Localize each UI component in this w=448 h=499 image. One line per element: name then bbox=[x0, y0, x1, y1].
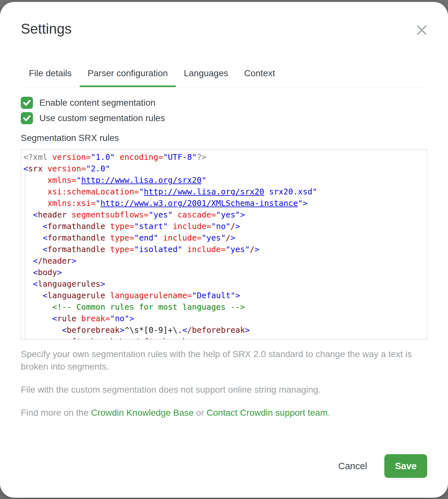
checkbox-checked-icon bbox=[21, 97, 33, 109]
code-line: <formathandle type="start" include="no"/… bbox=[23, 221, 424, 232]
code-line: xmlns:xsi="http://www.w3.org/2001/XMLSch… bbox=[23, 198, 424, 209]
code-line: xmlns="http://www.lisa.org/srx20" bbox=[23, 175, 424, 186]
settings-modal: Settings File details Parser configurati… bbox=[0, 2, 448, 498]
find-more-prefix: Find more on the bbox=[21, 408, 91, 418]
tab-languages[interactable]: Languages bbox=[176, 54, 236, 87]
contact-support-link[interactable]: Contact Crowdin support team bbox=[207, 408, 328, 418]
code-line: </header> bbox=[23, 255, 424, 267]
code-line: <formathandle type="isolated" include="y… bbox=[23, 244, 424, 255]
srx-code-content: <?xml version="1.0" encoding="UTF-8"?><s… bbox=[23, 151, 424, 339]
knowledge-base-link[interactable]: Crowdin Knowledge Base bbox=[91, 408, 194, 418]
code-line: <languagerules> bbox=[23, 278, 424, 290]
checkbox-label: Enable content segmentation bbox=[39, 98, 156, 108]
close-icon bbox=[416, 25, 427, 36]
code-line: xsi:schemaLocation="http://www.lisa.org/… bbox=[23, 186, 424, 198]
modal-footer: Cancel Save bbox=[338, 454, 427, 478]
code-line: <beforebreak>^\s*[0-9]+\.</beforebreak> bbox=[23, 324, 424, 336]
code-line: <languagerule languagerulename="Default"… bbox=[23, 290, 424, 301]
indent-guide bbox=[25, 173, 25, 339]
help-paragraph-srx: Specify your own segmentation rules with… bbox=[21, 348, 427, 373]
code-line: <body> bbox=[23, 267, 424, 278]
srx-rules-label: Segmentation SRX rules bbox=[21, 133, 427, 143]
page-title: Settings bbox=[21, 20, 427, 37]
tab-context[interactable]: Context bbox=[236, 54, 283, 87]
checkbox-use-custom-segmentation-rules[interactable]: Use custom segmentation rules bbox=[21, 112, 427, 124]
code-line: <formathandle type="end" include="yes"/> bbox=[23, 232, 424, 244]
close-button[interactable] bbox=[414, 22, 429, 38]
find-more-suffix: . bbox=[328, 408, 330, 418]
cancel-button[interactable]: Cancel bbox=[338, 461, 367, 471]
srx-editor[interactable]: <?xml version="1.0" encoding="UTF-8"?><s… bbox=[21, 150, 427, 339]
tab-bar: File details Parser configuration Langua… bbox=[21, 54, 427, 87]
checkbox-label: Use custom segmentation rules bbox=[39, 113, 165, 123]
help-text: Specify your own segmentation rules with… bbox=[21, 348, 427, 419]
help-paragraph-online-managing: File with the custom segmentation does n… bbox=[21, 383, 427, 396]
code-line: <header segmentsubflows="yes" cascade="y… bbox=[23, 209, 424, 221]
code-line: <afterbreak>\s</afterbreak> bbox=[23, 336, 424, 339]
save-button[interactable]: Save bbox=[384, 454, 427, 478]
code-line: <!-- Common rules for most languages --> bbox=[23, 301, 424, 313]
code-line: <?xml version="1.0" encoding="UTF-8"?> bbox=[23, 151, 424, 163]
checkbox-enable-content-segmentation[interactable]: Enable content segmentation bbox=[21, 97, 427, 109]
code-line: <srx version="2.0" bbox=[23, 163, 424, 175]
checkbox-group: Enable content segmentation Use custom s… bbox=[21, 97, 427, 124]
tab-file-details[interactable]: File details bbox=[21, 54, 80, 87]
tab-parser-configuration[interactable]: Parser configuration bbox=[80, 54, 176, 87]
help-paragraph-find-more: Find more on the Crowdin Knowledge Base … bbox=[21, 406, 427, 419]
find-more-mid: or bbox=[194, 408, 206, 418]
code-line: <rule break="no"> bbox=[23, 313, 424, 324]
checkbox-checked-icon bbox=[21, 112, 33, 124]
